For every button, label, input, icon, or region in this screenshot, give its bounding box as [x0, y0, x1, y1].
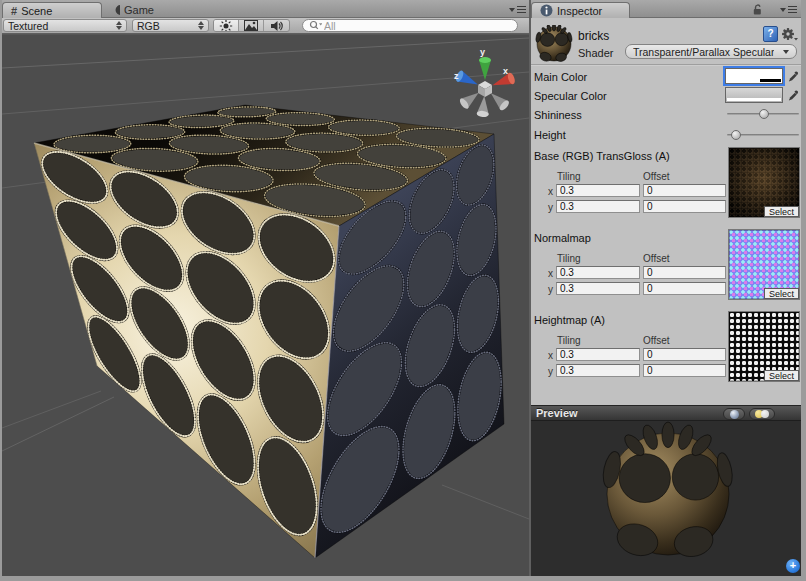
scene-panel-menu[interactable] [509, 6, 526, 13]
eyedropper-icon[interactable] [787, 88, 800, 102]
tab-scene[interactable]: # Scene [2, 2, 102, 18]
updown-arrows-icon [116, 21, 122, 30]
menu-icon [788, 6, 797, 13]
tab-game-label: Game [124, 4, 154, 16]
tiling-x-input[interactable] [556, 348, 640, 361]
chevron-down-icon [780, 8, 786, 12]
tiling-x-input[interactable] [556, 266, 640, 279]
select-texture-button[interactable]: Select [764, 288, 799, 299]
sphere-icon [730, 410, 739, 419]
shininess-label: Shininess [534, 109, 582, 121]
texture-section-base: Base (RGB) TransGloss (A) Tiling Offset … [531, 150, 801, 228]
offset-header: Offset [643, 335, 670, 346]
add-button[interactable]: + [786, 559, 800, 573]
channel-mode-dropdown[interactable]: RGB [132, 19, 209, 32]
texture-section-heightmap: Heightmap (A) Tiling Offset x y Select [531, 314, 801, 392]
tab-scene-label: Scene [21, 5, 52, 17]
select-texture-button[interactable]: Select [764, 206, 799, 217]
image-icon [244, 20, 258, 31]
shader-label: Shader [578, 47, 613, 59]
preview-header[interactable]: Preview [531, 405, 801, 421]
scene-3d-view: y x z [2, 35, 529, 577]
shader-value: Transparent/Parallax Specular [633, 46, 774, 58]
tiling-y-input[interactable] [556, 200, 640, 213]
help-button[interactable]: ? [763, 26, 778, 42]
grid-icon: # [11, 5, 17, 17]
offset-header: Offset [643, 253, 670, 264]
gizmo-y-label: y [480, 47, 485, 57]
inspector-tabstrip: Inspector [531, 0, 801, 18]
offset-x-input[interactable] [643, 184, 726, 197]
preview-shape-button[interactable] [723, 408, 745, 420]
offset-y-input[interactable] [643, 364, 726, 377]
light-off-icon [761, 410, 769, 418]
scene-panel: # Scene Game Textured RGB [2, 0, 529, 576]
render-mode-dropdown[interactable]: Textured [3, 19, 127, 32]
base-texture-thumbnail[interactable]: Select [728, 147, 800, 218]
gizmo-z-label: z [454, 71, 459, 81]
textured-cube [34, 105, 504, 558]
orientation-gizmo[interactable]: y x z [454, 47, 516, 117]
scene-toolbar: Textured RGB [2, 18, 529, 34]
x-row-label: x [548, 350, 553, 361]
help-glyph: ? [767, 28, 773, 39]
render-mode-value: Textured [8, 20, 48, 32]
tiling-y-input[interactable] [556, 282, 640, 295]
tab-game[interactable]: Game [106, 2, 162, 18]
preview-light-button[interactable] [749, 408, 775, 420]
scene-search-field [302, 19, 518, 32]
info-icon [540, 4, 553, 17]
scene-view-toggles [213, 19, 290, 32]
specular-color-label: Specular Color [534, 90, 607, 102]
gear-menu-button[interactable] [781, 26, 798, 42]
divider [531, 64, 801, 65]
sun-icon [219, 19, 233, 32]
inspector-panel-menu[interactable] [780, 6, 797, 13]
unity-editor-window: # Scene Game Textured RGB [0, 0, 806, 581]
tiling-header: Tiling [557, 335, 581, 346]
section-label: Base (RGB) TransGloss (A) [534, 150, 670, 162]
material-thumbnail[interactable] [535, 25, 573, 63]
lock-icon[interactable] [751, 3, 763, 16]
shininess-slider[interactable] [727, 108, 799, 120]
heightmap-thumbnail[interactable]: Select [728, 311, 800, 382]
menu-icon [517, 6, 526, 13]
alpha-bar [727, 98, 781, 101]
audio-toggle-button[interactable] [264, 20, 289, 31]
select-texture-button[interactable]: Select [764, 370, 799, 381]
chevron-down-icon [509, 8, 515, 12]
lighting-toggle-button[interactable] [214, 20, 239, 31]
neg-axis-cone [476, 95, 490, 117]
speaker-icon [270, 20, 284, 32]
shader-dropdown[interactable]: Transparent/Parallax Specular [625, 44, 797, 59]
offset-x-input[interactable] [643, 348, 726, 361]
x-row-label: x [548, 186, 553, 197]
tab-inspector-label: Inspector [557, 5, 602, 17]
chevron-down-icon [783, 50, 789, 54]
specular-color-swatch[interactable] [725, 87, 783, 103]
gizmo-center-cube[interactable] [478, 81, 492, 97]
offset-y-input[interactable] [643, 282, 726, 295]
height-slider[interactable] [727, 129, 799, 141]
y-row-label: y [548, 202, 553, 213]
y-axis-cone[interactable] [479, 57, 491, 80]
texture-section-normalmap: Normalmap Tiling Offset x y Select [531, 232, 801, 310]
material-preview[interactable]: + [531, 421, 801, 576]
offset-header: Offset [643, 171, 670, 182]
eyedropper-icon[interactable] [787, 69, 800, 83]
normalmap-thumbnail[interactable]: Select [728, 229, 800, 300]
search-input[interactable] [324, 20, 511, 32]
updown-arrows-icon [198, 21, 204, 30]
scene-viewport[interactable]: y x z [2, 34, 529, 576]
channel-mode-value: RGB [137, 20, 160, 32]
slider-handle[interactable] [759, 109, 769, 119]
main-color-swatch[interactable] [725, 68, 783, 84]
preview-render [531, 421, 801, 576]
offset-x-input[interactable] [643, 266, 726, 279]
tiling-y-input[interactable] [556, 364, 640, 377]
slider-handle[interactable] [731, 130, 741, 140]
tab-inspector[interactable]: Inspector [531, 2, 630, 18]
offset-y-input[interactable] [643, 200, 726, 213]
skybox-toggle-button[interactable] [239, 20, 264, 31]
tiling-x-input[interactable] [556, 184, 640, 197]
